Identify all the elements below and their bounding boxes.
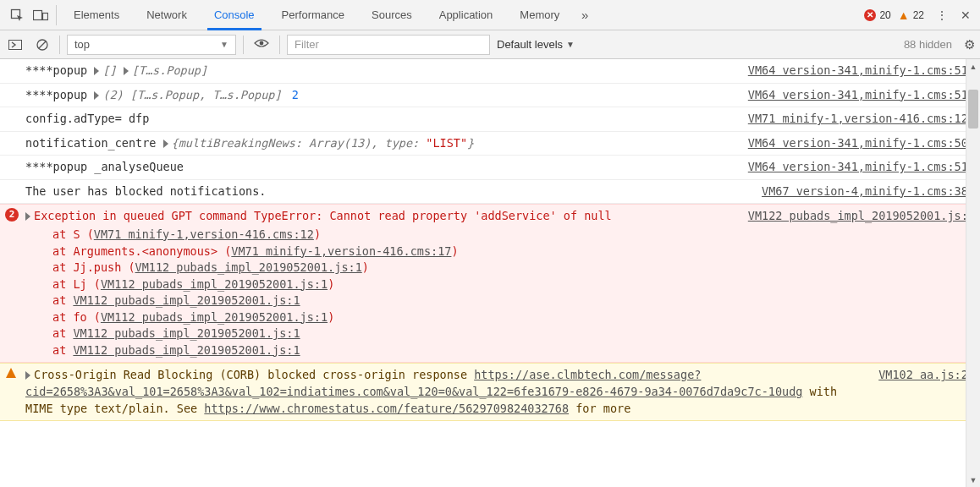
source-link[interactable]: VM102 aa.js:28 xyxy=(878,367,975,417)
warning-badge-icon xyxy=(5,367,17,379)
close-devtools-icon[interactable]: ✕ xyxy=(956,8,975,22)
live-expression-icon[interactable] xyxy=(251,38,273,51)
tab-sources[interactable]: Sources xyxy=(358,0,426,30)
hidden-messages-count[interactable]: 88 hidden xyxy=(904,38,952,51)
scroll-thumb[interactable] xyxy=(968,90,978,129)
more-tabs-icon[interactable]: » xyxy=(573,8,597,22)
console-log-area[interactable]: ****popup [] [T…s.Popup]VM64 version-341… xyxy=(0,59,980,487)
svg-rect-2 xyxy=(43,13,48,19)
separator xyxy=(243,36,244,54)
source-link[interactable]: VM112 pubads_impl_2019052001.js:1 xyxy=(135,260,362,274)
stack-prefix: at Arguments.<anonymous> ( xyxy=(52,244,231,258)
stack-frame: at Arguments.<anonymous> (VM71 minify-1,… xyxy=(25,244,731,260)
stack-suffix: ) xyxy=(362,260,369,274)
source-link[interactable]: VM64 version-341,minify-1.cms:506 xyxy=(748,135,975,152)
tab-elements[interactable]: Elements xyxy=(60,0,133,30)
log-text: } xyxy=(467,136,474,150)
expand-toggle-icon[interactable] xyxy=(25,212,30,221)
expand-toggle-icon[interactable] xyxy=(94,67,99,75)
console-settings-icon[interactable]: ⚙ xyxy=(964,37,975,52)
error-count[interactable]: ✕ 20 xyxy=(864,9,890,21)
scroll-up-icon[interactable]: ▲ xyxy=(966,59,980,74)
expand-toggle-icon[interactable] xyxy=(94,91,99,100)
error-text: Exception in queued GPT command TypeErro… xyxy=(34,209,612,222)
console-log-row: ****popup [] [T…s.Popup]VM64 version-341… xyxy=(0,59,980,84)
log-message: Exception in queued GPT command TypeErro… xyxy=(25,208,731,358)
source-link[interactable]: VM112 pubads_impl_2019052001.js:1 xyxy=(73,326,300,340)
console-log-inner: ****popup [] [T…s.Popup]VM64 version-341… xyxy=(0,59,980,421)
vertical-scrollbar[interactable]: ▲ ▼ xyxy=(966,59,980,487)
source-link[interactable]: VM71 minify-1,version-416.cms:12 xyxy=(94,227,314,241)
stack-prefix: at xyxy=(52,326,73,340)
warning-icon: ▲ xyxy=(898,8,910,22)
svg-rect-1 xyxy=(34,10,42,19)
stack-frame: at Lj (VM112 pubads_impl_2019052001.js:1… xyxy=(25,276,731,293)
source-link[interactable]: VM64 version-341,minify-1.cms:515 xyxy=(748,87,975,104)
log-level-selector[interactable]: Default levels ▼ xyxy=(497,38,575,51)
source-link[interactable]: VM112 pubads_impl_2019052001.js:1 xyxy=(101,310,328,324)
expand-toggle-icon[interactable] xyxy=(25,371,30,380)
tab-memory[interactable]: Memory xyxy=(506,0,573,30)
log-text: "LIST" xyxy=(426,136,467,150)
filter-placeholder: Filter xyxy=(295,38,319,51)
warning-count[interactable]: ▲ 22 xyxy=(898,8,924,22)
context-label: top xyxy=(74,38,90,51)
device-toolbar-icon[interactable] xyxy=(29,9,52,21)
error-icon: ✕ xyxy=(864,9,876,21)
tab-application[interactable]: Application xyxy=(426,0,507,30)
log-text: {multiBreakingNews: Array(13), type: xyxy=(172,136,427,150)
stack-prefix: at Lj ( xyxy=(52,277,101,291)
log-message: config.adType= dfp xyxy=(25,111,731,128)
console-error-row: 2Exception in queued GPT command TypeErr… xyxy=(0,204,980,363)
clear-console-icon[interactable] xyxy=(32,39,52,51)
log-message: ****popup (2) [T…s.Popup, T…s.Popup] 2 xyxy=(25,87,731,104)
source-link[interactable]: VM67 version-4,minify-1.cms:386 xyxy=(762,183,975,200)
stack-prefix: at xyxy=(52,343,73,357)
source-link[interactable]: VM122 pubads_impl_2019052001.js:1 xyxy=(748,208,975,358)
stack-trace: at S (VM71 minify-1,version-416.cms:12)a… xyxy=(25,227,731,359)
source-link[interactable]: VM64 version-341,minify-1.cms:515 xyxy=(748,63,975,79)
separator xyxy=(59,36,60,54)
source-link[interactable]: VM71 minify-1,version-416.cms:17 xyxy=(231,244,451,258)
scroll-down-icon[interactable]: ▼ xyxy=(966,473,980,487)
source-link[interactable]: VM112 pubads_impl_2019052001.js:1 xyxy=(73,343,300,357)
execution-context-selector[interactable]: top ▼ xyxy=(67,35,236,55)
devtools-tabs: ElementsNetworkConsolePerformanceSources… xyxy=(60,0,573,30)
chevron-down-icon: ▼ xyxy=(566,40,575,49)
separator xyxy=(279,36,280,54)
filter-input[interactable]: Filter xyxy=(287,35,490,55)
tab-console[interactable]: Console xyxy=(201,0,268,30)
console-log-row: notification_centre {multiBreakingNews: … xyxy=(0,132,980,156)
levels-label: Default levels xyxy=(497,38,563,51)
devtools-tabstrip: ElementsNetworkConsolePerformanceSources… xyxy=(0,0,980,30)
log-text: The user has blocked notifications. xyxy=(25,184,266,198)
warning-count-value: 22 xyxy=(913,9,924,21)
log-message: ****popup [] [T…s.Popup] xyxy=(25,63,731,79)
source-link[interactable]: VM71 minify-1,version-416.cms:128 xyxy=(748,111,975,128)
console-warn-row: Cross-Origin Read Blocking (CORB) blocke… xyxy=(0,363,980,421)
inspect-element-icon[interactable] xyxy=(5,8,29,22)
stack-frame: at fo (VM112 pubads_impl_2019052001.js:1… xyxy=(25,309,731,326)
expand-toggle-icon[interactable] xyxy=(124,67,129,75)
console-log-row: ****popup _analyseQueueVM64 version-341,… xyxy=(0,156,980,180)
log-text: notification_centre xyxy=(25,136,163,150)
stack-prefix: at Jj.push ( xyxy=(52,260,135,274)
stack-suffix: ) xyxy=(328,310,334,324)
source-link[interactable]: VM112 pubads_impl_2019052001.js:1 xyxy=(73,293,300,307)
stack-prefix: at fo ( xyxy=(52,310,101,324)
source-link[interactable]: VM64 version-341,minify-1.cms:516 xyxy=(748,159,975,176)
customize-menu-icon[interactable]: ⋮ xyxy=(933,8,951,22)
console-log-row: The user has blocked notifications.VM67 … xyxy=(0,180,980,205)
console-toolbar: top ▼ Filter Default levels ▼ 88 hidden … xyxy=(0,30,980,59)
expand-toggle-icon[interactable] xyxy=(163,140,168,148)
stack-frame: at Jj.push (VM112 pubads_impl_2019052001… xyxy=(25,260,731,276)
console-log-row: ****popup (2) [T…s.Popup, T…s.Popup] 2VM… xyxy=(0,84,980,108)
inline-link[interactable]: https://www.chromestatus.com/feature/562… xyxy=(204,402,569,415)
tab-network[interactable]: Network xyxy=(133,0,201,30)
stack-frame: at VM112 pubads_impl_2019052001.js:1 xyxy=(25,342,731,359)
show-console-sidebar-icon[interactable] xyxy=(5,40,25,50)
tab-performance[interactable]: Performance xyxy=(268,0,358,30)
log-text: (2) [T…s.Popup, T…s.Popup] xyxy=(102,88,281,101)
source-link[interactable]: VM112 pubads_impl_2019052001.js:1 xyxy=(101,277,328,291)
log-repeat-count: 2 xyxy=(285,88,299,101)
